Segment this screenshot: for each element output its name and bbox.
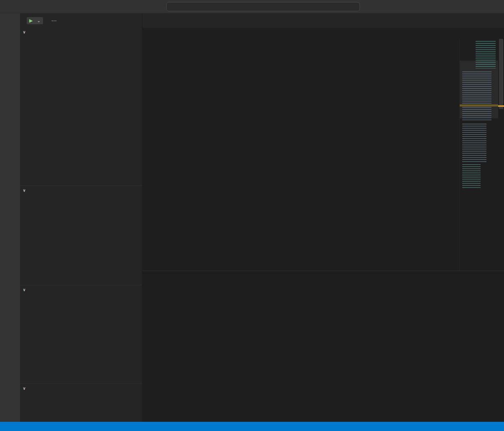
chevron-down-icon: ∨ — [22, 30, 27, 34]
minimap[interactable] — [459, 39, 498, 271]
status-bar — [0, 422, 504, 431]
activity-bar — [0, 13, 20, 422]
command-center-searchbox[interactable] — [166, 2, 360, 11]
run-and-debug-sidebar: ▶ ⌄ ⋯ ∨ ∨ ∨ — [20, 13, 142, 422]
minimap-current-line-marker — [460, 104, 498, 106]
sidebar-more-icon[interactable]: ⋯ — [51, 18, 57, 24]
variables-section-header[interactable]: ∨ — [20, 28, 142, 37]
editor-scrollbar[interactable] — [498, 39, 504, 271]
watch-list — [20, 195, 142, 285]
terminal-output[interactable] — [142, 285, 504, 422]
call-stack-section-header[interactable]: ∨ — [20, 285, 142, 294]
launch-config-select[interactable]: ▶ ⌄ — [27, 17, 43, 24]
scrollbar-current-line-marker — [498, 105, 504, 107]
chevron-down-icon: ∨ — [22, 288, 27, 292]
breadcrumb[interactable] — [142, 28, 504, 39]
breakpoints-section-header[interactable]: ∨ — [20, 383, 142, 393]
chevron-down-icon: ∨ — [22, 188, 27, 193]
watch-section-header[interactable]: ∨ — [20, 185, 142, 195]
bottom-panel — [142, 271, 504, 422]
editor-tab-bar — [142, 13, 504, 28]
scrollbar-thumb[interactable] — [499, 39, 503, 109]
minimap-viewport[interactable] — [460, 61, 498, 118]
titlebar — [0, 0, 504, 13]
start-debug-icon[interactable]: ▶ — [29, 18, 33, 23]
chevron-down-icon: ∨ — [22, 386, 27, 390]
editor-gutter[interactable] — [142, 39, 167, 271]
chevron-down-icon: ⌄ — [37, 18, 40, 23]
code-editor[interactable] — [142, 39, 504, 271]
